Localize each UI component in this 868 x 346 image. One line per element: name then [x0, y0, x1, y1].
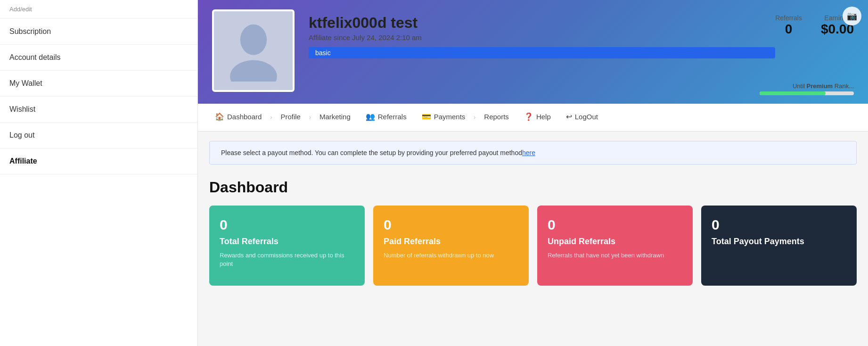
referrals-icon: 👥 [366, 112, 375, 121]
card-paid-referrals: 0 Paid Referrals Number of referrals wit… [373, 206, 529, 286]
referrals-stat: Referrals 0 [775, 14, 802, 37]
chevron-icon-2: › [309, 114, 311, 121]
total-referrals-value: 0 [220, 217, 354, 233]
paid-referrals-desc: Number of referrals withdrawn up to now [384, 251, 518, 260]
payments-icon: 💳 [422, 112, 431, 121]
tab-logout[interactable]: ↩ LogOut [558, 104, 606, 131]
profile-info: ktfelix000d test Affiliate since July 24… [309, 9, 775, 58]
unpaid-referrals-desc: Referrals that have not yet been withdra… [548, 251, 682, 260]
tab-payments[interactable]: 💳 Payments [414, 104, 473, 131]
avatar [212, 9, 295, 92]
alert-text: Please select a payout method. You can c… [221, 149, 522, 157]
profile-name: ktfelix000d test [309, 14, 775, 32]
chevron-icon-1: › [270, 114, 272, 121]
sidebar-item-wishlist[interactable]: Wishlist [0, 97, 197, 123]
svg-point-1 [230, 60, 277, 82]
profile-since: Affiliate since July 24, 2024 2:10 am [309, 33, 775, 41]
tab-help[interactable]: ❓ Help [516, 104, 558, 131]
sidebar-item-subscription[interactable]: Subscription [0, 19, 197, 45]
tab-profile-label: Profile [280, 113, 301, 121]
dashboard-title: Dashboard [209, 179, 857, 196]
referrals-value: 0 [775, 22, 802, 37]
tab-help-label: Help [536, 113, 551, 121]
sidebar-item-account-details[interactable]: Account details [0, 45, 197, 71]
alert-link[interactable]: here [522, 149, 535, 157]
alert-banner: Please select a payout method. You can c… [209, 141, 857, 165]
total-referrals-desc: Rewards and commissions received up to t… [220, 251, 354, 268]
profile-header: 📷 ktfelix000d test Affiliate since July … [198, 0, 868, 104]
total-referrals-title: Total Referrals [220, 237, 354, 247]
tab-referrals-label: Referrals [378, 113, 407, 121]
tab-reports[interactable]: Reports [476, 104, 516, 131]
nav-tabs: 🏠 Dashboard › Profile › Marketing 👥 Refe… [198, 104, 868, 132]
total-payout-value: 0 [712, 217, 846, 233]
tab-referrals[interactable]: 👥 Referrals [358, 104, 414, 131]
dashboard-section: Dashboard 0 Total Referrals Rewards and … [198, 169, 868, 295]
tab-marketing[interactable]: Marketing [312, 104, 358, 131]
rank-text: Until Premium Rank... [760, 82, 854, 90]
rank-row: Until Premium Rank... [760, 82, 854, 95]
sidebar-item-affiliate[interactable]: Affiliate [0, 148, 197, 174]
rank-progress-fill [760, 91, 826, 95]
tab-logout-label: LogOut [575, 113, 598, 121]
home-icon: 🏠 [215, 112, 224, 121]
sidebar-item-my-wallet[interactable]: My Wallet [0, 71, 197, 97]
sidebar-item-logout[interactable]: Log out [0, 123, 197, 148]
help-icon: ❓ [524, 112, 533, 121]
tab-reports-label: Reports [484, 113, 509, 121]
cards-row: 0 Total Referrals Rewards and commission… [209, 206, 857, 286]
svg-point-0 [240, 24, 266, 55]
tab-marketing-label: Marketing [319, 113, 351, 121]
chevron-icon-3: › [474, 114, 475, 121]
sidebar-top-label: Add/edit [0, 0, 197, 19]
profile-badge: basic [309, 47, 775, 58]
referrals-label: Referrals [775, 14, 802, 22]
main-content: 📷 ktfelix000d test Affiliate since July … [198, 0, 868, 346]
sidebar: Add/edit Subscription Account details My… [0, 0, 198, 346]
logout-icon: ↩ [566, 112, 572, 121]
card-total-referrals: 0 Total Referrals Rewards and commission… [209, 206, 365, 286]
tab-dashboard[interactable]: 🏠 Dashboard [207, 104, 269, 131]
paid-referrals-title: Paid Referrals [384, 237, 518, 247]
total-payout-title: Total Payout Payments [712, 237, 846, 247]
tab-payments-label: Payments [434, 113, 466, 121]
unpaid-referrals-title: Unpaid Referrals [548, 237, 682, 247]
camera-icon: 📷 [847, 11, 857, 21]
card-unpaid-referrals: 0 Unpaid Referrals Referrals that have n… [537, 206, 693, 286]
profile-stats: Referrals 0 Earnings $0.00 [775, 9, 854, 37]
camera-button[interactable]: 📷 [843, 7, 861, 25]
unpaid-referrals-value: 0 [548, 217, 682, 233]
rank-progress-bar [760, 91, 854, 95]
tab-profile[interactable]: Profile [273, 104, 308, 131]
card-total-payout: 0 Total Payout Payments [701, 206, 857, 286]
paid-referrals-value: 0 [384, 217, 518, 233]
tab-dashboard-label: Dashboard [227, 113, 262, 121]
